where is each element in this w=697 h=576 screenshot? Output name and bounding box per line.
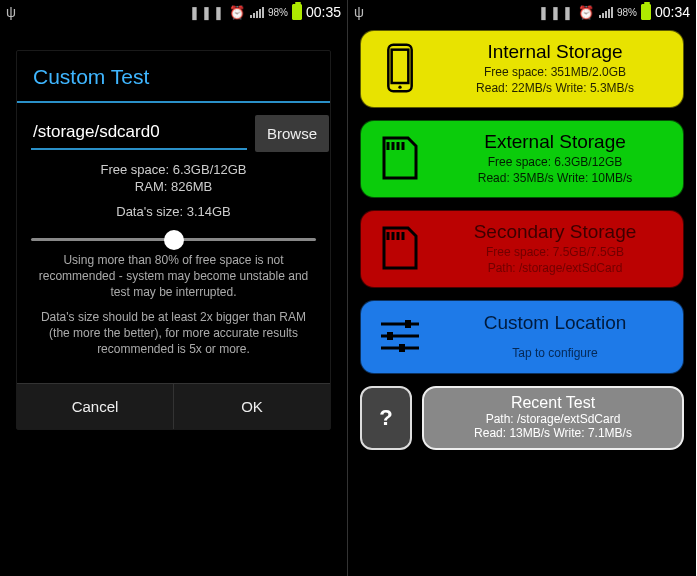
vibrate-icon: ❚❚❚ (538, 5, 574, 20)
recent-test-card[interactable]: Recent Test Path: /storage/extSdCard Rea… (422, 386, 684, 450)
status-bar: ψ ❚❚❚ ⏰ 98% 00:35 (0, 0, 347, 24)
signal-icon (250, 6, 264, 18)
recent-line: Path: /storage/extSdCard (432, 412, 674, 426)
alarm-icon: ⏰ (229, 5, 246, 20)
svg-rect-16 (399, 344, 405, 352)
battery-icon (641, 4, 651, 20)
signal-icon (599, 6, 613, 18)
card-line: Read: 35MB/s Write: 10MB/s (439, 171, 671, 185)
help-button[interactable]: ? (360, 386, 412, 450)
card-line: Free space: 7.5GB/7.5GB (439, 245, 671, 259)
free-space-label: Free space: 6.3GB/12GB (31, 162, 316, 177)
clock: 00:34 (655, 4, 690, 20)
svg-rect-14 (405, 320, 411, 328)
sdcard-icon (375, 133, 425, 183)
ok-button[interactable]: OK (174, 384, 330, 429)
ram-label: RAM: 826MB (31, 179, 316, 194)
battery-icon (292, 4, 302, 20)
card-line: Read: 22MB/s Write: 5.3MB/s (439, 81, 671, 95)
card-line: Tap to configure (439, 346, 671, 360)
storage-card-list: Internal Storage Free space: 351MB/2.0GB… (360, 30, 684, 568)
path-input[interactable] (31, 118, 247, 150)
custom-test-dialog: Custom Test Browse Free space: 6.3GB/12G… (16, 50, 331, 430)
vibrate-icon: ❚❚❚ (189, 5, 225, 20)
warning-note-2: Data's size should be at least 2x bigger… (33, 309, 314, 358)
svg-point-2 (398, 86, 401, 89)
phone-left: ψ ❚❚❚ ⏰ 98% 00:35 Custom Test Browse Fre… (0, 0, 348, 576)
battery-percent: 98% (617, 7, 637, 18)
battery-percent: 98% (268, 7, 288, 18)
card-line: Free space: 351MB/2.0GB (439, 65, 671, 79)
recent-line: Read: 13MB/s Write: 7.1MB/s (432, 426, 674, 440)
cancel-button[interactable]: Cancel (17, 384, 174, 429)
card-custom-location[interactable]: Custom Location Tap to configure (360, 300, 684, 374)
dialog-button-row: Cancel OK (17, 383, 330, 429)
status-bar: ψ ❚❚❚ ⏰ 98% 00:34 (348, 0, 696, 24)
data-size-slider[interactable] (31, 238, 316, 241)
data-size-label: Data's size: 3.14GB (31, 204, 316, 219)
clock: 00:35 (306, 4, 341, 20)
card-line: Free space: 6.3GB/12GB (439, 155, 671, 169)
recent-title: Recent Test (432, 394, 674, 412)
sliders-icon (375, 311, 425, 361)
card-external-storage[interactable]: External Storage Free space: 6.3GB/12GB … (360, 120, 684, 198)
card-title: External Storage (439, 131, 671, 153)
card-secondary-storage[interactable]: Secondary Storage Free space: 7.5GB/7.5G… (360, 210, 684, 288)
usb-icon: ψ (6, 4, 16, 20)
card-line: Path: /storage/extSdCard (439, 261, 671, 275)
sdcard-icon (375, 223, 425, 273)
phone-right: ψ ❚❚❚ ⏰ 98% 00:34 Internal Storage (348, 0, 696, 576)
card-title: Custom Location (439, 312, 671, 334)
phone-icon (375, 43, 425, 93)
dialog-title: Custom Test (17, 51, 330, 103)
svg-rect-15 (387, 332, 393, 340)
card-title: Secondary Storage (439, 221, 671, 243)
card-internal-storage[interactable]: Internal Storage Free space: 351MB/2.0GB… (360, 30, 684, 108)
card-title: Internal Storage (439, 41, 671, 63)
browse-button[interactable]: Browse (255, 115, 329, 152)
usb-icon: ψ (354, 4, 364, 20)
svg-rect-1 (392, 50, 409, 83)
warning-note-1: Using more than 80% of free space is not… (33, 252, 314, 301)
alarm-icon: ⏰ (578, 5, 595, 20)
